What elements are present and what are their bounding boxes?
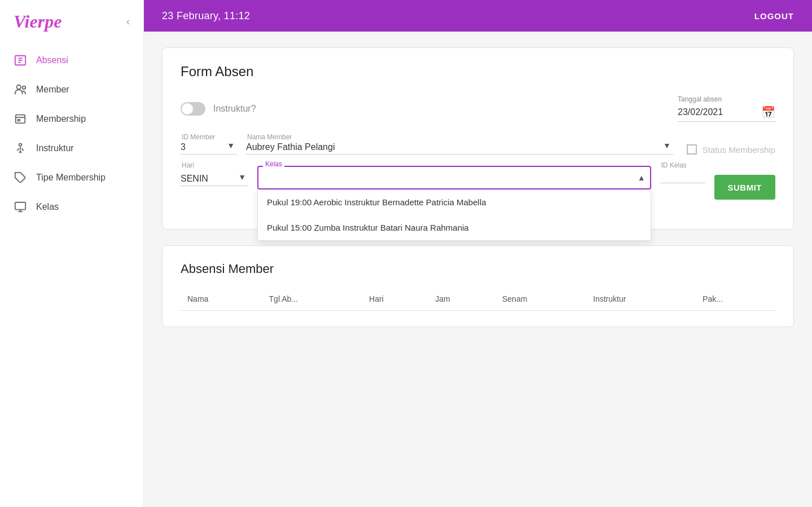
svg-point-5 — [23, 86, 25, 90]
table-header: Nama Tgl Ab... Hari Jam Senam Instruktur… — [181, 290, 775, 311]
svg-rect-11 — [15, 202, 25, 210]
col-tgl: Tgl Ab... — [262, 290, 363, 311]
kelas-option-1[interactable]: Pukul 19:00 Aerobic Instruktur Bernadett… — [258, 189, 651, 215]
header-date: 23 February, 11:12 — [162, 10, 250, 22]
member-icon — [14, 83, 27, 96]
id-kelas-group: ID Kelas — [660, 166, 705, 183]
tipe-membership-icon — [14, 171, 27, 184]
hari-select[interactable]: SENIN SELASA RABU KAMIS JUMAT SABTU MING… — [181, 166, 248, 186]
svg-rect-6 — [16, 115, 25, 124]
id-member-wrapper: 3 1 2 ▼ — [181, 138, 237, 155]
sidebar-item-member[interactable]: Member — [0, 75, 143, 104]
sidebar-logo-area: Vierpe ‹ — [0, 0, 143, 41]
sidebar-item-absensi[interactable]: Absensi — [0, 46, 143, 75]
sidebar-nav: Absensi Member Membership Instruktur Tip… — [0, 41, 143, 226]
absensi-member-card: Absensi Member Nama Tgl Ab... Hari Jam S… — [162, 245, 794, 327]
main-area: 23 February, 11:12 LOGOUT Form Absen Ins… — [144, 0, 812, 507]
col-pak: Pak... — [696, 290, 775, 311]
id-member-select[interactable]: 3 1 2 — [181, 138, 237, 155]
kelas-arrow-icon: ▲ — [638, 173, 646, 182]
status-membership-group: Status Membership — [687, 144, 775, 155]
sidebar-item-instruktur[interactable]: Instruktur — [0, 134, 143, 163]
nama-member-group: Nama Member Aubrey Fathia Pelangi ▼ — [246, 138, 673, 155]
status-membership-checkbox[interactable] — [687, 144, 697, 155]
col-instruktur: Instruktur — [586, 290, 696, 311]
toggle-left: Instruktur? — [181, 102, 256, 116]
sidebar-label-instruktur: Instruktur — [36, 143, 74, 153]
sidebar-item-tipe-membership[interactable]: Tipe Membership — [0, 163, 143, 192]
status-membership-label: Status Membership — [703, 145, 775, 155]
col-nama: Nama — [181, 290, 262, 311]
instruktur-toggle[interactable] — [181, 102, 205, 116]
sidebar-label-absensi: Absensi — [36, 55, 68, 65]
header: 23 February, 11:12 LOGOUT — [144, 0, 812, 32]
absensi-icon — [14, 54, 27, 67]
sidebar: Vierpe ‹ Absensi Member Membership Inst — [0, 0, 144, 507]
svg-rect-8 — [17, 120, 20, 121]
sidebar-item-membership[interactable]: Membership — [0, 104, 143, 134]
app-logo: Vierpe — [14, 11, 62, 32]
nama-member-select[interactable]: Aubrey Fathia Pelangi — [246, 138, 673, 155]
date-field-row: 📅 — [678, 105, 775, 122]
sidebar-collapse-button[interactable]: ‹ — [126, 16, 130, 28]
id-member-group: ID Member 3 1 2 ▼ — [181, 138, 237, 155]
sidebar-label-kelas: Kelas — [36, 202, 59, 212]
membership-icon — [14, 112, 27, 126]
table-title: Absensi Member — [181, 262, 775, 276]
sidebar-label-member: Member — [36, 85, 69, 95]
col-hari: Hari — [362, 290, 428, 311]
sidebar-label-tipe-membership: Tipe Membership — [36, 173, 106, 183]
kelas-row: Hari SENIN SELASA RABU KAMIS JUMAT SABTU… — [181, 166, 775, 200]
form-title: Form Absen — [181, 64, 775, 80]
kelas-legend: Kelas — [263, 160, 284, 168]
content-area: Form Absen Instruktur? Tanggal absen 📅 — [144, 32, 812, 507]
logout-button[interactable]: LOGOUT — [754, 11, 794, 21]
kelas-option-2[interactable]: Pukul 15:00 Zumba Instruktur Batari Naur… — [258, 215, 651, 240]
svg-point-9 — [19, 143, 22, 146]
hari-wrapper: SENIN SELASA RABU KAMIS JUMAT SABTU MING… — [181, 166, 248, 186]
instruktur-icon — [14, 142, 27, 155]
toggle-date-row: Instruktur? Tanggal absen 📅 — [181, 95, 775, 122]
kelas-group: Kelas ▲ Pukul 19:00 Aerobic Instruktur B… — [257, 166, 651, 189]
nama-member-wrapper: Aubrey Fathia Pelangi ▼ — [246, 138, 673, 155]
kelas-icon — [14, 200, 27, 214]
sidebar-label-membership: Membership — [36, 114, 86, 124]
instruktur-toggle-label: Instruktur? — [213, 104, 256, 114]
svg-point-4 — [17, 85, 21, 89]
sidebar-item-kelas[interactable]: Kelas — [0, 192, 143, 222]
member-row: ID Member 3 1 2 ▼ Nama Member A — [181, 138, 775, 155]
form-absen-card: Form Absen Instruktur? Tanggal absen 📅 — [162, 47, 794, 230]
col-senam: Senam — [495, 290, 586, 311]
date-label: Tanggal absen — [678, 95, 775, 103]
hari-group: Hari SENIN SELASA RABU KAMIS JUMAT SABTU… — [181, 166, 248, 186]
absensi-table: Nama Tgl Ab... Hari Jam Senam Instruktur… — [181, 290, 775, 311]
date-input[interactable] — [678, 107, 757, 117]
date-field-container: Tanggal absen 📅 — [678, 95, 775, 122]
submit-button[interactable]: SUBMIT — [714, 175, 776, 200]
id-kelas-label: ID Kelas — [660, 161, 688, 169]
kelas-input[interactable] — [257, 166, 651, 189]
kelas-dropdown: Pukul 19:00 Aerobic Instruktur Bernadett… — [257, 189, 651, 241]
col-jam: Jam — [428, 290, 495, 311]
calendar-icon[interactable]: 📅 — [761, 105, 775, 119]
